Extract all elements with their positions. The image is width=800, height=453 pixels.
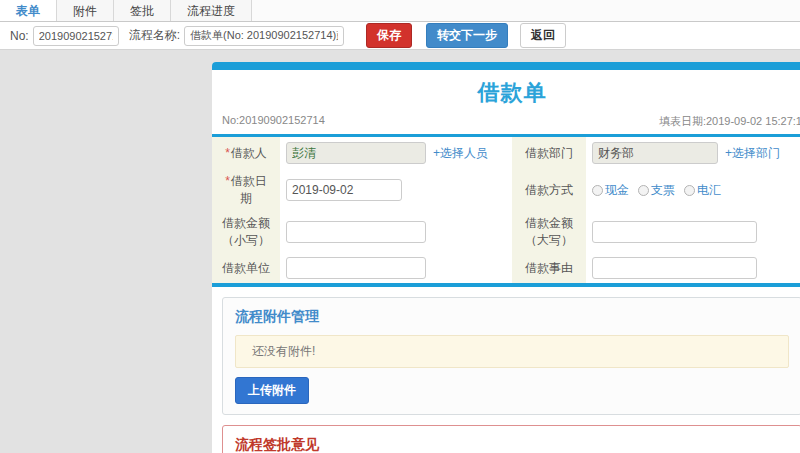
no-label: No:	[10, 29, 29, 43]
loan-method-cell: 现金 支票 电汇	[586, 169, 800, 211]
radio-wire-transfer[interactable]: 电汇	[684, 182, 721, 199]
form-toolbar: No: 流程名称: 保存 转交下一步 返回	[0, 22, 800, 50]
approval-opinions-panel: 流程签批意见 B I abc ✎ ∞ ∞ ⚑ ≡ ≡ ⇤ ⇥ ” 样式	[222, 425, 800, 453]
loan-unit-label: 借款单位	[212, 253, 280, 283]
loan-unit-input[interactable]	[286, 257, 426, 279]
radio-circle-icon[interactable]	[684, 185, 695, 196]
attachments-heading: 流程附件管理	[235, 308, 789, 326]
amount-upper-input[interactable]	[592, 221, 757, 243]
department-label: 借款部门	[512, 137, 586, 169]
select-person-link[interactable]: +选择人员	[433, 145, 488, 162]
loan-reason-label: 借款事由	[512, 253, 586, 283]
tab-approval[interactable]: 签批	[114, 0, 171, 21]
form-title: 借款单	[212, 70, 800, 112]
panel-top-bar	[212, 62, 800, 70]
form-no-text: No:20190902152714	[222, 114, 325, 129]
process-name-input[interactable]	[184, 26, 344, 46]
save-button[interactable]: 保存	[366, 23, 412, 48]
page-header: 表单 附件 签批 流程进度 No: 流程名称: 保存 转交下一步 返回	[0, 0, 800, 50]
panel-bottom-bar	[212, 283, 800, 287]
no-attachments-alert: 还没有附件!	[235, 335, 789, 368]
radio-circle-icon[interactable]	[592, 185, 603, 196]
loan-date-cell	[280, 169, 512, 211]
amount-upper-cell	[586, 211, 800, 253]
loan-method-radio-group: 现金 支票 电汇	[592, 182, 721, 199]
select-department-link[interactable]: +选择部门	[725, 145, 780, 162]
radio-cash[interactable]: 现金	[592, 182, 629, 199]
amount-upper-label: 借款金额（大写）	[512, 211, 586, 253]
department-cell: +选择部门	[586, 137, 800, 169]
borrower-input[interactable]	[286, 142, 426, 164]
form-date-text: 填表日期:2019-09-02 15:27:1	[659, 114, 800, 129]
tab-bar: 表单 附件 签批 流程进度	[0, 0, 800, 22]
amount-lower-label: 借款金额（小写）	[212, 211, 280, 253]
amount-lower-cell	[280, 211, 512, 253]
radio-circle-icon[interactable]	[638, 185, 649, 196]
upload-attachment-button[interactable]: 上传附件	[235, 377, 309, 404]
loan-date-input[interactable]	[286, 179, 402, 201]
required-asterisk: *	[225, 174, 230, 188]
loan-form-grid: *借款人 +选择人员 借款部门 +选择部门 *借款日期 借款方式 现金	[212, 137, 800, 283]
radio-cheque[interactable]: 支票	[638, 182, 675, 199]
borrower-label: *借款人	[212, 137, 280, 169]
approval-opinions-heading: 流程签批意见	[235, 436, 789, 453]
process-name-label: 流程名称:	[129, 27, 180, 44]
loan-reason-cell	[586, 253, 800, 283]
attachments-panel: 流程附件管理 还没有附件! 上传附件	[222, 297, 800, 415]
tab-attachments[interactable]: 附件	[57, 0, 114, 21]
required-asterisk: *	[225, 146, 230, 160]
department-input[interactable]	[592, 142, 718, 164]
amount-lower-input[interactable]	[286, 221, 426, 243]
loan-method-label: 借款方式	[512, 169, 586, 211]
loan-form-panel: 借款单 No:20190902152714 填表日期:2019-09-02 15…	[212, 62, 800, 453]
tab-form[interactable]: 表单	[0, 0, 57, 21]
borrower-cell: +选择人员	[280, 137, 512, 169]
tab-process-progress[interactable]: 流程进度	[171, 0, 252, 21]
loan-unit-cell	[280, 253, 512, 283]
forward-next-step-button[interactable]: 转交下一步	[426, 23, 508, 48]
loan-date-label: *借款日期	[212, 169, 280, 211]
loan-reason-input[interactable]	[592, 257, 757, 279]
form-meta-row: No:20190902152714 填表日期:2019-09-02 15:27:…	[212, 112, 800, 134]
back-button[interactable]: 返回	[520, 23, 566, 48]
no-input[interactable]	[33, 26, 119, 46]
